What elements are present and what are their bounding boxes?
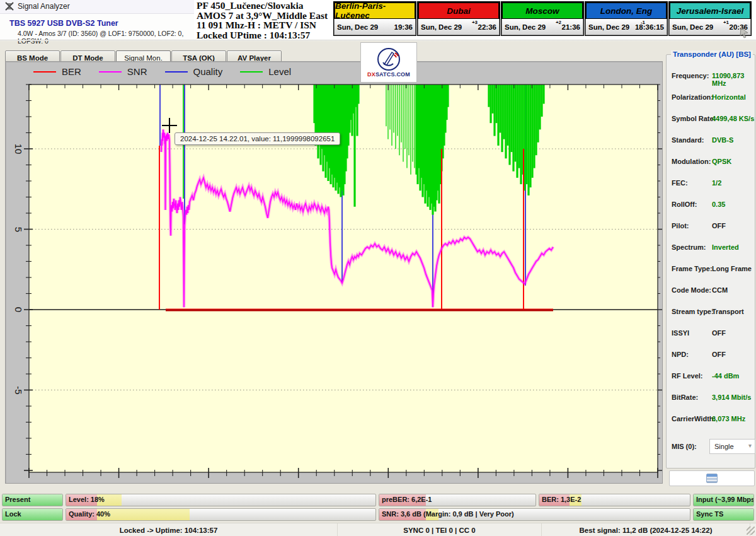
y-tick-label: 0: [13, 307, 24, 312]
clock-date: Sun, Dec 29: [337, 23, 378, 31]
statusbar-section-2: Best signal: 11,2 dB (2024-12-25 14:22): [542, 523, 750, 536]
clock-city: London, Eng: [585, 2, 667, 19]
y-tick-label: -5: [13, 386, 24, 394]
clock-time: 18:36:15: [635, 23, 664, 31]
progress-input-3-99-mbps-: Input (~3,99 Mbps): [693, 494, 754, 506]
clock-time: 22:36: [478, 23, 496, 31]
progress-label: Quality: 40%: [69, 510, 110, 518]
stream-list-icon: [706, 474, 718, 483]
progress-label: Level: 18%: [69, 496, 105, 503]
transponder-row-rolloff-: RollOff: 0.35: [667, 199, 755, 211]
row-value: 6,073 MHz: [712, 415, 745, 422]
row-label: Frame Type:: [672, 265, 713, 272]
progress-label: Sync TS: [696, 510, 723, 518]
progress-snr: SNR: 3,6 dB (Margin: 0,9 dB | Very Poor): [379, 508, 690, 521]
mis-dropdown[interactable]: Single ▾: [709, 439, 755, 454]
row-label: Code Mode:: [672, 286, 711, 294]
header-separator: [0, 40, 756, 41]
y-tick-label: 5: [13, 226, 24, 231]
clock-city: Moscow: [501, 2, 583, 19]
clock-date: Sun, Dec 29: [421, 23, 462, 31]
clock-city: Jerusalem-Israel: [669, 2, 751, 19]
progress-present: Present: [2, 494, 63, 506]
row-label: Pilot:: [672, 222, 689, 230]
header-line-location: PF 450_Lučenec/Slovakia: [197, 1, 332, 11]
row-value: Horizontal: [712, 93, 746, 101]
clock-3: London, Eng Sun, Dec 29 -1 18:36:15: [585, 1, 668, 36]
row-label: Spectrum:: [672, 243, 706, 251]
clock-datetime: Sun, Dec 29 +2 21:36: [501, 19, 583, 35]
row-label: ISSYI: [672, 329, 689, 337]
transponder-row-polarization-: Polarization: Horizontal: [667, 91, 755, 104]
row-value: 4499,48 KS/s: [712, 115, 754, 122]
transponder-row-modulation-: Modulation: QPSK: [667, 156, 755, 168]
header-line-uptime: Locked UPtime : 104:13:57: [197, 30, 332, 40]
clock-date: Sun, Dec 29: [588, 23, 629, 31]
row-value: Long Frame: [712, 265, 752, 272]
header-line-frequency: 11 091 Mhz-H : METV / ISN: [197, 20, 332, 30]
header-line-satellite: AMOS 7 at 3,9°W_Middle East: [197, 11, 332, 21]
dxsatcs-logo: DXSATCS.COM: [360, 42, 417, 83]
satellite-dish-icon: [377, 47, 401, 71]
row-label: Polarization:: [672, 93, 713, 101]
y-tick-label: 10: [13, 144, 24, 154]
status-bar: Locked -> Uptime: 104:13:57SYNC 0 | TEI …: [0, 523, 756, 536]
clock-time: 19:36: [394, 23, 413, 31]
mis-selected-value: Single: [714, 443, 734, 450]
row-value: 0.35: [712, 201, 725, 208]
clock-utc-offset: +2: [556, 20, 561, 25]
row-label: Symbol Rate:: [672, 115, 716, 122]
resize-grip[interactable]: [747, 527, 755, 535]
transponder-row-symbol-rate-: Symbol Rate: 4499,48 KS/s: [667, 113, 755, 125]
transponder-row-carrierwidth-: CarrierWidth: 6,073 MHz: [667, 413, 755, 426]
statusbar-section-0: Locked -> Uptime: 104:13:57: [0, 523, 338, 536]
clock-datetime: Sun, Dec 29 19:36: [334, 19, 416, 35]
clock-datetime: Sun, Dec 29 +3 22:36: [418, 19, 500, 35]
world-clocks: Berlin-Paris-Lučenec Sun, Dec 29 19:36 D…: [333, 1, 752, 36]
row-value: QPSK: [712, 158, 731, 165]
row-value: 3,914 Mbit/s: [712, 393, 751, 401]
row-label: FEC:: [672, 179, 688, 187]
row-value: 1/2: [712, 179, 721, 187]
window-title: Signal Analyzer: [18, 2, 70, 11]
progress-label: Present: [5, 496, 30, 503]
clock-date: Sun, Dec 29: [505, 23, 546, 31]
transponder-row-npd-: NPD: OFF: [667, 349, 755, 361]
clock-datetime: Sun, Dec 29 -1 18:36:15: [585, 19, 667, 35]
signal-chart-panel: BERSNRQualityLevel 1050-5 2024-12-25 14.…: [5, 61, 663, 484]
progress-label: SNR: 3,6 dB (Margin: 0,9 dB | Very Poor): [382, 510, 514, 518]
transponder-row-bitrate-: BitRate: 3,914 Mbit/s: [667, 392, 755, 404]
row-value: OFF: [712, 329, 726, 337]
progress-level: Level: 18%: [66, 494, 376, 506]
row-label: RollOff:: [672, 201, 697, 208]
transponder-panel-title: Transponder (AU) [BS]: [671, 50, 753, 58]
transponder-row-rf-level-: RF Level: -44 dBm: [667, 370, 755, 383]
transponder-row-pilot-: Pilot: OFF: [667, 220, 755, 233]
clock-date: Sun, Dec 29: [672, 23, 713, 31]
row-label: NPD:: [672, 351, 689, 358]
row-value: OFF: [712, 351, 726, 358]
transponder-row-fec-: FEC: 1/2: [667, 177, 755, 190]
clock-utc-offset: +1: [723, 20, 729, 25]
row-value: 11090,873 MHz: [712, 72, 755, 87]
progress-lock: Lock: [2, 508, 63, 521]
clock-utc-offset: +3: [472, 20, 478, 25]
clock-city: Dubai: [418, 2, 500, 19]
tuner-lnb-info: 4.0W - Amos 3/7 (ID: 3560) @ LOF1: 97500…: [18, 30, 194, 45]
statusbar-section-1: SYNC 0 | TEI 0 | CC 0: [338, 523, 542, 536]
logo-text: DXSATCS.COM: [367, 71, 410, 78]
transponder-row-code-mode-: Code Mode: CCM: [667, 284, 755, 297]
signal-chart: [6, 62, 662, 483]
progress-label: Lock: [5, 510, 21, 518]
row-value: Transport: [712, 308, 744, 315]
transponder-row-stream-type-: Stream type: Transport: [667, 306, 755, 318]
transponder-panel: Transponder (AU) [BS] Frequency: 11090,8…: [666, 54, 755, 469]
clock-0: Berlin-Paris-Lučenec Sun, Dec 29 19:36: [333, 1, 416, 36]
progress-preber: preBER: 6,2E-1: [379, 494, 536, 506]
transponder-row-issyi: ISSYI OFF: [667, 327, 755, 340]
row-label: RF Level:: [672, 372, 703, 380]
progress-label: preBER: 6,2E-1: [382, 496, 432, 503]
chevron-down-icon: ▾: [748, 442, 752, 449]
transport-list-button[interactable]: [669, 470, 755, 486]
row-label: Frequency:: [672, 72, 709, 79]
